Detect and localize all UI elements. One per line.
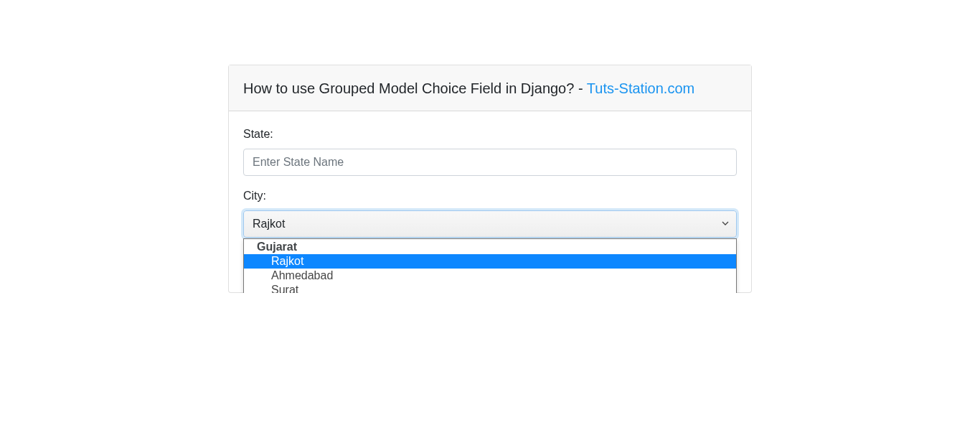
dropdown-option[interactable]: Surat: [244, 283, 736, 293]
city-select-wrapper: Rajkot GujaratRajkotAhmedabadSuratMahara…: [243, 210, 737, 238]
city-select[interactable]: Rajkot: [243, 210, 737, 238]
city-form-group: City: Rajkot GujaratRajkotAhmedabadSurat…: [243, 187, 737, 238]
state-input[interactable]: [243, 149, 737, 176]
dropdown-option[interactable]: Ahmedabad: [244, 269, 736, 283]
dropdown-group-label: Gujarat: [244, 240, 736, 254]
header-link[interactable]: Tuts-Station.com: [587, 80, 694, 96]
city-selected-value: Rajkot: [253, 215, 285, 233]
card-body: State: City: Rajkot GujaratRajkotAhmedab…: [229, 111, 751, 292]
chevron-down-icon: [722, 218, 729, 230]
city-label: City:: [243, 187, 737, 205]
main-container: How to use Grouped Model Choice Field in…: [228, 65, 752, 293]
state-form-group: State:: [243, 126, 737, 176]
form-card: How to use Grouped Model Choice Field in…: [228, 65, 752, 293]
city-dropdown-list: GujaratRajkotAhmedabadSuratMaharashtraMu…: [243, 238, 737, 293]
state-label: State:: [243, 126, 737, 143]
dropdown-option[interactable]: Rajkot: [244, 254, 736, 269]
header-title-prefix: How to use Grouped Model Choice Field in…: [243, 80, 587, 96]
card-header: How to use Grouped Model Choice Field in…: [229, 65, 751, 111]
